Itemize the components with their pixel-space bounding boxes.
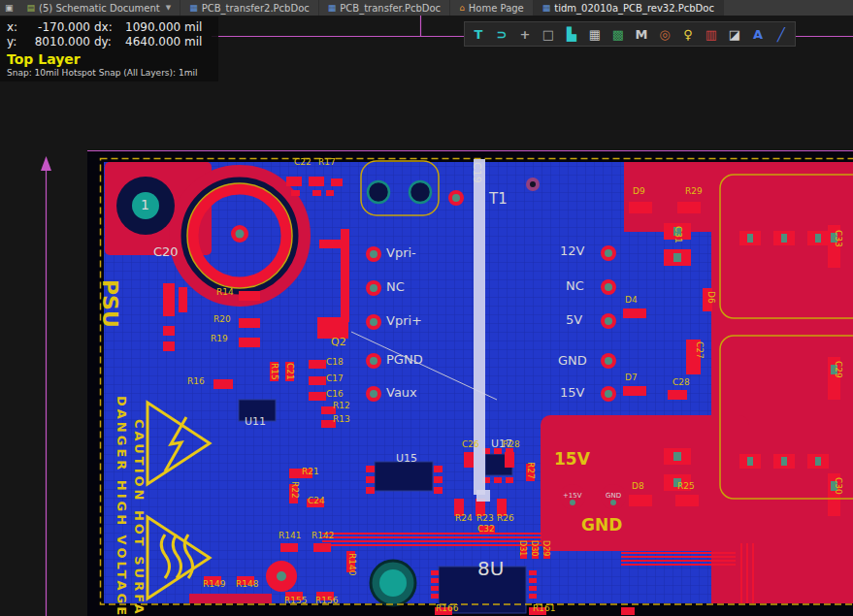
pcb-label-u11[interactable]: U11 [245,416,266,427]
pcb-label-d7[interactable]: D7 [625,373,638,382]
polygon-pour-tool[interactable]: ▩ [607,24,629,44]
tab-pcb-transfer2-pcbdoc[interactable]: ▦PCB_transfer2.PcbDoc [180,0,319,16]
pcb-label-psu[interactable]: PSU [99,279,120,328]
hud-coords: x:-170.000dx:1090.000 mily:8010.000dy:46… [7,20,209,49]
pcb-label-c19[interactable]: C19 [472,162,482,183]
pcb-label-r142[interactable]: R142 [312,532,334,540]
pcb-label-gnd[interactable]: GND [606,493,621,500]
pcb-label-r12[interactable]: R12 [333,402,350,410]
dropdown-caret-icon[interactable]: ▼ [166,4,171,12]
schematic-icon: ▤ [27,3,36,13]
tab-label: (5) Schematic Document [39,3,160,14]
tab-tidm-02010a-pcb-rev32-pcbdoc[interactable]: ▦tidm_02010a_PCB_rev32.PcbDoc [534,0,724,16]
pcb-label-caution-hot-surface[interactable]: CAUTION HOT SURFACE [133,419,146,616]
pcb-label-q2[interactable]: Q2 [331,337,346,347]
pcb-label-gnd[interactable]: GND [558,354,587,367]
target-tool[interactable]: ◎ [654,24,675,44]
pcb-label-r22[interactable]: R22 [290,481,299,499]
move-tool[interactable]: + [514,24,536,44]
pcb-label-c22[interactable]: C22 [294,158,312,167]
pcb-label-d30[interactable]: D30 [530,540,538,556]
pcb-label-r23[interactable]: R23 [476,514,494,523]
pcb-label-r140[interactable]: R140 [347,553,356,575]
pcb-label-c33[interactable]: C33 [834,230,842,247]
grid-array-tool[interactable]: ▦ [584,24,606,44]
pcb-label-r166[interactable]: R166 [436,604,458,613]
pcb-label-12v[interactable]: 12V [560,244,584,257]
pcb-label-c17[interactable]: C17 [326,374,344,383]
pcb-label-vaux[interactable]: Vaux [386,386,417,399]
pcb-label-nc[interactable]: NC [386,280,405,293]
pcb-label-r156[interactable]: R156 [315,597,338,605]
pcb-label-r161[interactable]: R161 [533,604,555,613]
pcb-label-r16[interactable]: R16 [187,377,205,386]
pcb-label-r141[interactable]: R141 [279,532,301,540]
pcb-label-c28[interactable]: C28 [673,378,690,387]
pcb-label-c18[interactable]: C18 [326,358,344,367]
pcb-label-c20[interactable]: C20 [153,245,179,258]
pcb-label-u15[interactable]: U15 [396,453,417,464]
pcb-label-d31[interactable]: D31 [518,540,526,556]
string-tool[interactable]: A [747,24,769,44]
pcb-label-r24[interactable]: R24 [455,514,473,523]
floating-toolbar: T⊃+□▙▦▩M◎♀▥◪A╱ [464,21,796,47]
pcb-label-gnd[interactable]: GND [581,517,622,534]
pcb-label-c24[interactable]: C24 [308,497,325,505]
arc-tool[interactable]: ⊃ [491,24,512,44]
pcb-label-r28[interactable]: R28 [503,440,520,449]
pcb-label-d8[interactable]: D8 [632,482,644,491]
pcb-label-vpri+[interactable]: Vpri+ [386,314,422,327]
pcb-label-8u[interactable]: 8U [477,559,504,578]
pcb-label-d4[interactable]: D4 [625,296,638,305]
tab-pcb-transfer-pcbdoc[interactable]: ▦PCB_transfer.PcbDoc [319,0,450,16]
via-tool[interactable]: ♀ [677,24,699,44]
pcb-label-c26[interactable]: C26 [462,440,479,449]
pcb-label-1[interactable]: 1 [141,198,149,211]
pcb-label-c27[interactable]: C27 [695,341,704,359]
pcb-label-r155[interactable]: R155 [284,597,307,605]
pcb-label-c21[interactable]: C21 [285,363,294,380]
pcb-label-r14[interactable]: R14 [216,288,234,297]
split-plane-tool[interactable]: ◪ [724,24,745,44]
pcb-label-r29[interactable]: R29 [685,187,703,196]
pcb-label-r25[interactable]: R25 [677,482,695,491]
text-tool[interactable]: T [468,24,489,44]
pcb-label-c32[interactable]: C32 [477,525,495,534]
chart-tool[interactable]: ▙ [561,24,582,44]
pcb-label-d6[interactable]: D6 [706,291,715,304]
home-icon: ⌂ [459,3,465,13]
pcb-label-c29[interactable]: C29 [834,361,842,378]
pcb-label-r149[interactable]: R149 [203,580,225,589]
fill-tool[interactable]: ▥ [701,24,722,44]
pcb-label-r21[interactable]: R21 [302,468,319,476]
pcb-label-r20[interactable]: R20 [213,315,231,324]
pcb-icon: ▦ [328,3,337,13]
pcb-label-pgnd[interactable]: PGND [386,353,423,366]
pcb-label-vpri-[interactable]: Vpri- [386,246,416,259]
pcb-label-d9[interactable]: D9 [633,187,645,196]
measure-tool[interactable]: M [631,24,652,44]
pcb-label-t1[interactable]: T1 [489,192,508,207]
tab--5-schematic-document[interactable]: ▤(5) Schematic Document▼ [18,0,181,16]
pcb-label-d29[interactable]: D29 [541,540,549,556]
pcb-label-r27[interactable]: R27 [526,462,535,479]
pcb-label-c30[interactable]: C30 [834,477,842,495]
select-rect-tool[interactable]: □ [538,24,559,44]
pcb-label-nc[interactable]: NC [566,279,584,292]
pcb-label-c31[interactable]: C31 [673,226,682,243]
pcb-label-15v[interactable]: 15V [560,386,584,399]
pcb-label-5v[interactable]: 5V [566,313,582,326]
pcb-label-r19[interactable]: R19 [211,335,228,343]
hud-coordinate-row: y:8010.000dy:4640.000 mil [7,35,209,49]
pcb-label-c16[interactable]: C16 [326,390,344,399]
line-tool[interactable]: ╱ [771,24,792,44]
tab-home-page[interactable]: ⌂Home Page [450,0,534,16]
pcb-label-r13[interactable]: R13 [333,415,350,424]
pcb-label-r15[interactable]: R15 [270,363,279,380]
pcb-label-r17[interactable]: R17 [318,158,336,167]
pcb-label-+15v[interactable]: +15V [563,493,582,500]
pcb-label-r26[interactable]: R26 [497,514,514,523]
pcb-label-r148[interactable]: R148 [236,580,258,589]
pcb-label-15v[interactable]: 15V [554,451,590,468]
pcb-label-danger-high-voltage[interactable]: DANGER HIGH VOLTAGE [115,396,128,616]
